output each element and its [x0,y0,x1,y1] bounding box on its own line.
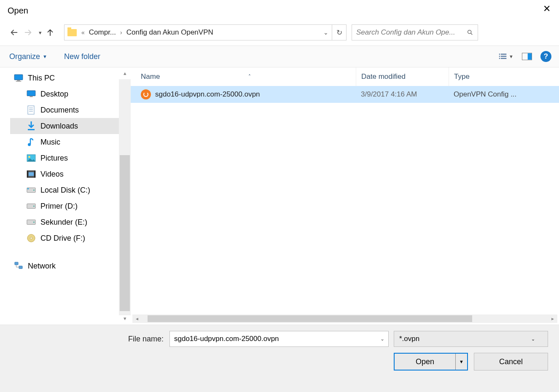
file-name-input[interactable] [169,331,389,347]
svg-point-31 [30,237,32,239]
svg-rect-10 [17,80,20,81]
drive-icon [26,217,36,227]
documents-icon [26,105,36,115]
preview-pane-button[interactable] [522,53,532,60]
svg-rect-1 [499,54,500,54]
hscroll-thumb[interactable] [148,315,472,322]
file-type-filter[interactable]: *.ovpn ⌄ [394,331,548,347]
svg-rect-8 [528,53,532,59]
cancel-button[interactable]: Cancel [474,353,548,371]
up-button[interactable] [46,28,58,37]
preview-pane-icon [522,53,532,60]
tree-network[interactable]: Network [10,258,119,274]
tree-desktop[interactable]: Desktop [10,86,119,102]
chevron-down-icon: ⌄ [323,29,328,36]
new-folder-label: New folder [64,52,100,61]
cancel-button-label: Cancel [499,357,523,366]
chevron-down-icon: ⌄ [531,336,535,342]
downloads-icon [26,121,36,131]
organize-label: Organize [9,52,40,61]
ovpn-file-icon [141,89,151,99]
pictures-icon [26,153,36,163]
svg-point-29 [33,222,35,223]
network-icon [13,261,24,271]
column-headers: Name ˄ Date modified Type [131,67,559,86]
tree-sekunder-e[interactable]: Sekunder (E:) [10,214,119,230]
svg-rect-2 [501,54,506,54]
open-button-label: Open [395,357,455,366]
folder-icon [66,27,78,38]
organize-menu[interactable]: Organize ▼ [9,52,47,61]
drive-icon [26,201,36,211]
svg-rect-6 [501,58,506,59]
dialog-title: Open [8,3,28,16]
tree-scrollbar[interactable]: ▴ ▾ [119,67,131,325]
breadcrumb-prefix: « [78,29,88,36]
breadcrumb-item-1[interactable]: Compr... [88,28,117,37]
tree-music[interactable]: Music [10,134,119,150]
svg-point-24 [33,190,35,191]
scroll-up-icon[interactable]: ▴ [119,70,131,79]
folder-tree[interactable]: This PC Desktop Documents Downloads Musi… [0,67,119,325]
back-button[interactable] [8,26,20,39]
music-icon [26,137,36,147]
forward-button[interactable] [22,26,35,39]
scroll-left-icon[interactable]: ◂ [132,316,142,322]
svg-rect-3 [499,56,500,57]
hscroll-track[interactable] [142,314,548,323]
tree-videos[interactable]: Videos [10,166,119,182]
tree-cd-drive-f[interactable]: CD Drive (F:) [10,230,119,246]
horizontal-scrollbar[interactable]: ◂ ▸ [132,314,557,323]
open-button-split[interactable]: ▼ [455,354,467,370]
command-bar: Organize ▼ New folder ▼ ? [0,46,559,67]
file-name-label: File name: [128,335,164,344]
breadcrumb-item-2[interactable]: Config dan Akun OpenVPN [126,28,214,37]
view-options-button[interactable]: ▼ [499,53,513,60]
scroll-track[interactable] [119,79,131,315]
search-icon [464,29,473,36]
chevron-right-icon: › [117,29,126,36]
breadcrumb-dropdown[interactable]: ⌄ [320,29,332,36]
column-date[interactable]: Date modified [356,67,449,86]
chevron-down-icon: ▼ [509,54,513,59]
refresh-icon: ↻ [336,28,342,37]
title-bar: Open ✕ [0,0,559,22]
help-icon: ? [544,52,548,61]
svg-rect-12 [27,91,35,96]
new-folder-button[interactable]: New folder [64,52,100,61]
drive-icon [26,185,36,195]
navigation-bar: ▾ « Compr... › Config dan Akun OpenVPN ⌄… [0,22,559,46]
refresh-button[interactable]: ↻ [332,25,346,40]
recent-locations-button[interactable]: ▾ [36,30,44,36]
chevron-down-icon[interactable]: ⌄ [380,336,384,342]
this-pc-icon [13,73,24,83]
address-bar[interactable]: « Compr... › Config dan Akun OpenVPN ⌄ ↻ [64,24,347,40]
search-box[interactable] [352,24,478,40]
tree-primer-d[interactable]: Primer (D:) [10,198,119,214]
desktop-icon [26,89,36,99]
filter-label: *.ovpn [399,335,419,343]
tree-downloads[interactable]: Downloads [10,118,119,134]
tree-documents[interactable]: Documents [10,102,119,118]
cd-drive-icon [26,234,36,243]
close-button[interactable]: ✕ [539,3,555,14]
svg-rect-20 [27,171,28,177]
svg-point-27 [33,206,35,207]
file-row[interactable]: sgdo16-udpvpn.com-25000.ovpn 3/9/2017 4:… [131,86,559,103]
scroll-right-icon[interactable]: ▸ [548,316,557,322]
scroll-down-icon[interactable]: ▾ [119,315,131,325]
svg-rect-9 [14,75,23,80]
svg-rect-11 [16,81,22,81]
help-button[interactable]: ? [540,51,551,62]
column-type[interactable]: Type [449,67,470,86]
open-button[interactable]: Open ▼ [394,353,468,371]
svg-rect-22 [29,172,34,176]
bottom-panel: File name: ⌄ *.ovpn ⌄ Open ▼ Cancel [0,325,559,392]
scroll-thumb[interactable] [120,155,130,311]
column-name[interactable]: Name ˄ [141,72,356,81]
tree-pictures[interactable]: Pictures [10,150,119,166]
tree-local-disk-c[interactable]: Local Disk (C:) [10,182,119,198]
search-input[interactable] [356,28,464,37]
tree-this-pc[interactable]: This PC [10,70,119,86]
chevron-down-icon: ▼ [43,54,47,59]
